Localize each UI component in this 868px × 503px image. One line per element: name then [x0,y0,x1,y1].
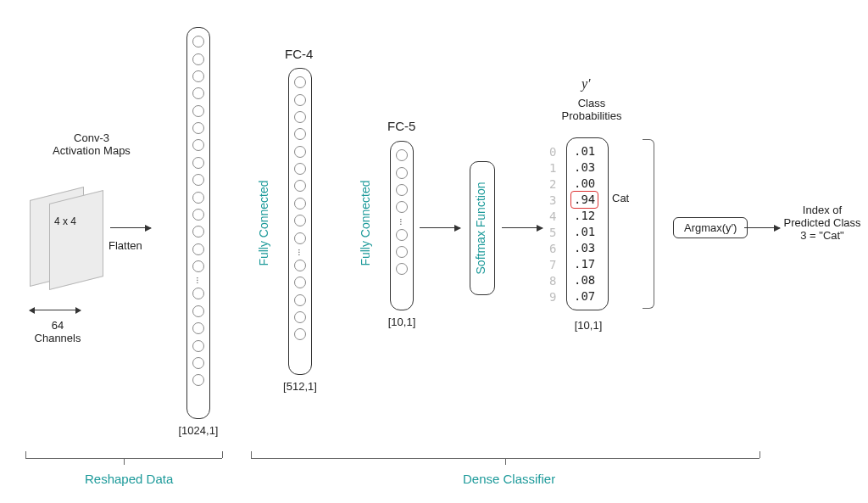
vector-512-shape: [512,1] [276,380,324,393]
flatten-label: Flatten [108,239,142,252]
probs-title: Class Probabilities [549,97,634,122]
probs-vector: .01 .03 .00 .94 .12 .01 .03 .17 .08 .07 [566,137,609,310]
fc2-label: Fully Connected [359,180,372,265]
probs-shape: [10,1] [568,319,609,332]
softmax-label: Softmax Function [474,182,487,275]
arrow-to-softmax [420,227,460,228]
output-text: Index of Predicted Class 3 = "Cat" [778,204,866,242]
probs-max-label: Cat [612,192,629,204]
vector-10: ··· [390,141,414,310]
yprime-symbol: y′ [581,76,591,92]
fc5-title: FC-5 [387,119,415,133]
fc4-title: FC-4 [285,47,313,61]
map-dim: 4 x 4 [54,215,76,227]
arrow-to-output [744,227,780,228]
argmax-box: Argmax(y′) [673,217,748,238]
channels-label: 64 Channels [24,319,92,344]
vector-10-shape: [10,1] [381,316,422,328]
section-reshaped: Reshaped Data [85,472,173,486]
channels-arrow [30,310,81,310]
output-bracket [643,139,654,309]
arrow-to-probs [502,227,542,228]
fc1-label: Fully Connected [257,180,270,265]
vector-512: ··· [288,68,312,375]
probs-max: .94 [570,191,598,209]
vector-1024-shape: [1024,1] [173,424,224,437]
vector-1024: ··· [186,27,210,419]
section-dense: Dense Classifier [463,472,555,486]
conv3-title: Conv-3 Activation Maps [41,131,142,157]
probs-index-col: 0 1 2 3 4 5 6 7 8 9 [549,144,556,305]
activation-map-front [49,190,103,290]
arrow-flatten [110,227,151,228]
